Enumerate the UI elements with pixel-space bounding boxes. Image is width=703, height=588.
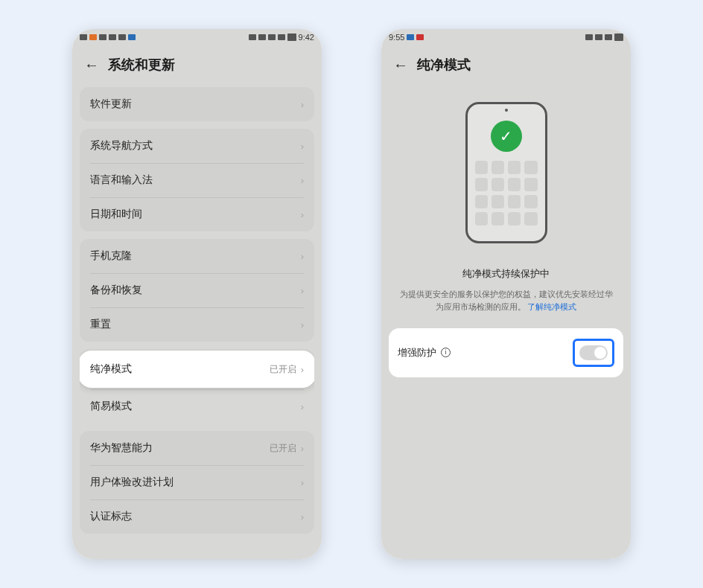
enhance-toggle[interactable] (579, 345, 608, 360)
toggle-highlight-box (573, 339, 614, 367)
settings-group: 纯净模式 已开启 › 简易模式 › (80, 349, 314, 424)
chevron-right-icon: › (301, 175, 304, 186)
phone-left-screen: 9:42 ← 系统和更新 软件更新 › 系统导航方式 › 语言和输入法 (72, 29, 322, 559)
status-icon (109, 34, 116, 40)
row-backup-restore[interactable]: 备份和恢复 › (80, 273, 314, 307)
battery-icon (614, 33, 623, 41)
row-label: 系统导航方式 (90, 139, 153, 153)
row-reset[interactable]: 重置 › (80, 307, 314, 342)
row-status: 已开启 (270, 363, 296, 376)
phone-left: 9:42 ← 系统和更新 软件更新 › 系统导航方式 › 语言和输入法 (72, 29, 322, 559)
row-label: 重置 (90, 318, 111, 331)
status-icon (99, 34, 106, 40)
status-icon (118, 34, 126, 40)
status-icon (80, 34, 87, 40)
chevron-right-icon: › (301, 99, 304, 110)
shield-check-icon: ✓ (491, 121, 522, 152)
protect-desc-line1: 为提供更安全的服务以保护您的权益，建议优先安装经过华 (400, 290, 613, 298)
app-grid-illustration (475, 161, 538, 234)
row-label: 备份和恢复 (90, 284, 142, 297)
row-ux-program[interactable]: 用户体验改进计划 › (80, 465, 314, 499)
page-header: ← 系统和更新 (72, 45, 322, 87)
device-illustration: ✓ (465, 102, 547, 243)
chevron-right-icon: › (301, 364, 304, 375)
chevron-right-icon: › (301, 443, 304, 454)
chevron-right-icon: › (301, 251, 304, 262)
back-icon[interactable]: ← (84, 57, 99, 72)
page-header: ← 纯净模式 (381, 45, 631, 87)
settings-group: 软件更新 › (80, 87, 314, 121)
chevron-right-icon: › (301, 319, 304, 330)
chevron-right-icon: › (301, 209, 304, 220)
row-simple-mode[interactable]: 简易模式 › (80, 389, 314, 424)
settings-group: 系统导航方式 › 语言和输入法 › 日期和时间 › (80, 129, 314, 231)
status-bar: 9:55 (381, 29, 631, 45)
chevron-right-icon: › (301, 401, 304, 412)
row-label: 纯净模式 (90, 362, 132, 376)
row-label: 手机克隆 (90, 249, 132, 263)
bluetooth-icon (585, 34, 593, 40)
settings-list: 软件更新 › 系统导航方式 › 语言和输入法 › 日期和时间 › (72, 87, 322, 534)
status-bar: 9:42 (72, 29, 322, 45)
page-title: 系统和更新 (108, 56, 175, 74)
phone-right-screen: 9:55 ← 纯净模式 ✓ (381, 29, 631, 559)
notch-icon (505, 109, 508, 112)
signal-icon (258, 34, 266, 40)
row-date-time[interactable]: 日期和时间 › (80, 197, 314, 231)
row-language-input[interactable]: 语言和输入法 › (80, 163, 314, 197)
status-icon (416, 34, 424, 40)
row-label: 日期和时间 (90, 208, 142, 221)
status-icon (128, 34, 136, 40)
row-navigation[interactable]: 系统导航方式 › (80, 129, 314, 163)
status-icon (89, 34, 97, 40)
pure-mode-body: ✓ 纯净模式持续保护中 为提供更安全的服务以保护您的权益，建议优先安装经过华 为… (381, 87, 631, 559)
status-icon (407, 34, 414, 40)
chevron-right-icon: › (301, 285, 304, 296)
row-status: 已开启 (270, 442, 296, 455)
wifi-icon (605, 34, 612, 40)
page-title: 纯净模式 (417, 56, 471, 74)
row-label: 认证标志 (90, 510, 132, 523)
wifi-icon (278, 34, 285, 40)
row-certification[interactable]: 认证标志 › (80, 499, 314, 534)
chevron-right-icon: › (301, 141, 304, 152)
row-label: 用户体验改进计划 (90, 476, 174, 489)
phone-right: 9:55 ← 纯净模式 ✓ (381, 29, 631, 559)
row-phone-clone[interactable]: 手机克隆 › (80, 239, 314, 273)
status-time: 9:42 (299, 33, 314, 42)
learn-more-link[interactable]: 了解纯净模式 (527, 302, 576, 311)
bluetooth-icon (268, 34, 276, 40)
row-label: 华为智慧能力 (90, 441, 153, 455)
row-huawei-ai[interactable]: 华为智慧能力 已开启 › (80, 431, 314, 465)
protect-description: 为提供更安全的服务以保护您的权益，建议优先安装经过华 为应用市场检测的应用。 了… (384, 288, 629, 313)
enhance-protection-row: 增强防护 i (389, 328, 623, 377)
battery-icon (287, 33, 296, 41)
row-pure-mode[interactable]: 纯净模式 已开启 › (80, 351, 314, 388)
enhance-label: 增强防护 (398, 346, 436, 359)
protect-title: 纯净模式持续保护中 (462, 267, 550, 281)
row-label: 软件更新 (90, 98, 132, 111)
nfc-icon (249, 34, 256, 40)
row-software-update[interactable]: 软件更新 › (80, 87, 314, 121)
chevron-right-icon: › (301, 477, 304, 488)
settings-group: 手机克隆 › 备份和恢复 › 重置 › (80, 239, 314, 342)
row-label: 简易模式 (90, 400, 132, 413)
signal-icon (595, 34, 602, 40)
protect-desc-line2: 为应用市场检测的应用。 (436, 302, 526, 311)
chevron-right-icon: › (301, 511, 304, 523)
back-icon[interactable]: ← (393, 57, 408, 72)
status-time: 9:55 (389, 33, 404, 42)
row-label: 语言和输入法 (90, 173, 153, 187)
settings-group: 华为智慧能力 已开启 › 用户体验改进计划 › 认证标志 › (80, 431, 314, 534)
info-icon[interactable]: i (441, 348, 451, 357)
